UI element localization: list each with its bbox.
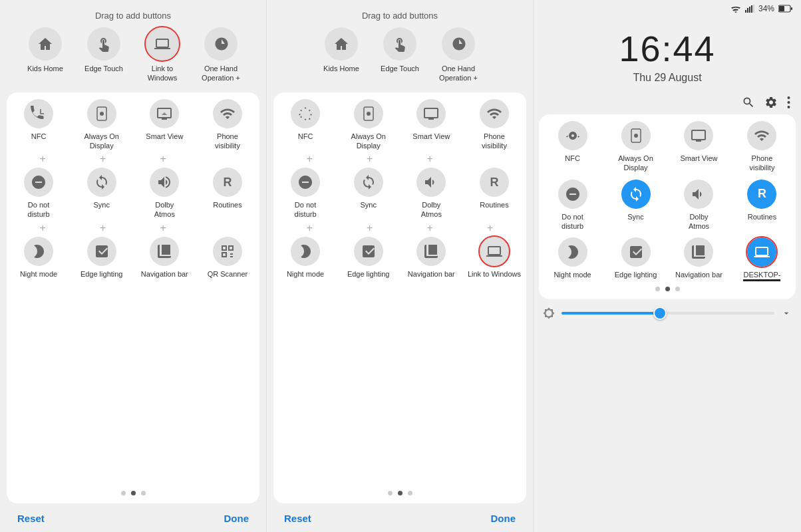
right-nfc[interactable]: NFC [544, 121, 601, 173]
dot-1-2[interactable] [131, 491, 136, 495]
right-dolby-label: DolbyAtmos [689, 212, 709, 231]
plus-2-7[interactable]: + [404, 222, 456, 234]
top-icon-one-hand-2[interactable]: One Hand Operation + [434, 27, 482, 83]
done-button-2[interactable]: Done [491, 513, 516, 524]
top-icon-kids-home[interactable]: Kids Home [21, 27, 69, 83]
right-aod-label: Always OnDisplay [618, 154, 653, 173]
right-smartview[interactable]: Smart View [671, 121, 727, 173]
qs-nfc[interactable]: NFC [12, 99, 65, 151]
right-edge-light-label: Edge lighting [615, 270, 657, 279]
dots-row-1 [12, 491, 254, 495]
kids-home-circle [29, 27, 62, 61]
plus-2-6[interactable]: + [344, 222, 395, 234]
qs-sync[interactable]: Sync [75, 168, 128, 219]
plus-7[interactable]: + [138, 222, 189, 234]
right-nfc-icon [558, 121, 587, 150]
settings-icon[interactable] [764, 96, 778, 109]
qs-row-2-1: NFC Always OnDisplay Smart View Phonevis… [279, 99, 521, 151]
right-dot-1[interactable] [655, 287, 660, 291]
nav-bar-icon [150, 237, 179, 266]
dnd-icon [24, 168, 53, 197]
top-icon-edge-touch-2[interactable]: Edge Touch [376, 27, 424, 83]
qs-edge-light-2[interactable]: Edge lighting [342, 237, 395, 279]
plus-2-2[interactable]: + [344, 153, 395, 165]
right-dot-2[interactable] [665, 287, 670, 291]
right-sync[interactable]: Sync [607, 180, 664, 231]
plus-6[interactable]: + [77, 222, 128, 234]
qs-dnd[interactable]: Do notdisturb [12, 168, 65, 219]
top-icon-edge-touch[interactable]: Edge Touch [80, 27, 128, 83]
plus-1[interactable]: + [17, 153, 69, 165]
qs-phone-vis-2[interactable]: Phonevisibility [468, 99, 521, 151]
right-aod-icon [621, 121, 651, 150]
qs-dolby-2[interactable]: DolbyAtmos [404, 168, 458, 219]
right-nav-bar[interactable]: Navigation bar [671, 237, 727, 281]
dots-row-2 [279, 491, 521, 495]
svg-point-14 [788, 106, 790, 108]
plus-2-1[interactable]: + [284, 153, 335, 165]
plus-5[interactable]: + [17, 222, 69, 234]
qs-sync-2[interactable]: Sync [342, 168, 395, 219]
aod-icon [87, 99, 116, 128]
right-dolby[interactable]: DolbyAtmos [671, 180, 727, 231]
reset-button-2[interactable]: Reset [284, 513, 311, 524]
right-desktop[interactable]: DESKTOP- [734, 237, 790, 281]
right-aod[interactable]: Always OnDisplay [607, 121, 664, 173]
more-icon[interactable] [787, 96, 790, 109]
dot-1-3[interactable] [141, 491, 146, 495]
status-bar: 34% [534, 0, 801, 15]
qs-nav-bar[interactable]: Navigation bar [138, 237, 191, 279]
plus-2[interactable]: + [77, 153, 128, 165]
edge-light-label-2: Edge lighting [347, 269, 390, 279]
top-icon-link-windows[interactable]: Link to Windows [138, 27, 186, 83]
reset-button-1[interactable]: Reset [17, 513, 45, 524]
right-night[interactable]: Night mode [544, 237, 601, 281]
plus-2-8: + [464, 222, 516, 234]
plus-2-5[interactable]: + [284, 222, 335, 234]
plus-row-1: + + + [12, 152, 254, 166]
qs-night-2[interactable]: Night mode [279, 237, 332, 279]
right-phone-vis[interactable]: Phonevisibility [734, 121, 790, 173]
plus-3[interactable]: + [138, 153, 189, 165]
qs-dnd-2[interactable]: Do notdisturb [279, 168, 332, 219]
right-edge-light[interactable]: Edge lighting [607, 237, 664, 281]
qs-edge-light[interactable]: Edge lighting [75, 237, 128, 279]
qs-routines[interactable]: R Routines [201, 168, 254, 219]
right-routines[interactable]: R Routines [734, 180, 790, 231]
brightness-chevron[interactable] [781, 308, 792, 319]
qs-dolby[interactable]: DolbyAtmos [138, 168, 191, 219]
qs-link-windows-2[interactable]: Link to Windows [468, 237, 521, 279]
qs-night[interactable]: Night mode [12, 237, 65, 279]
battery-icon [778, 5, 793, 13]
qs-aod-2[interactable]: Always OnDisplay [342, 99, 395, 151]
smartview-label-2: Smart View [412, 132, 450, 141]
dot-2-1[interactable] [388, 491, 393, 495]
dot-2-3[interactable] [408, 491, 412, 495]
qs-nfc-2[interactable]: NFC [279, 99, 332, 151]
top-icon-kids-home-2[interactable]: Kids Home [317, 27, 365, 83]
done-button-1[interactable]: Done [224, 513, 249, 524]
right-dnd[interactable]: Do notdisturb [544, 180, 601, 231]
qs-nav-bar-2[interactable]: Navigation bar [404, 237, 458, 279]
dot-2-2[interactable] [398, 491, 402, 495]
dolby-icon [150, 168, 179, 197]
smartview-icon-2 [416, 99, 446, 128]
plus-2-4 [464, 153, 516, 165]
qs-aod[interactable]: Always OnDisplay [75, 99, 128, 151]
qs-routines-2[interactable]: R Routines [468, 168, 521, 219]
qs-smartview-2[interactable]: Smart View [404, 99, 458, 151]
search-icon[interactable] [742, 96, 755, 109]
edge-light-icon-2 [354, 237, 383, 266]
qs-qr[interactable]: QR Scanner [201, 237, 254, 279]
edge-touch-circle [87, 27, 120, 61]
right-dot-3[interactable] [675, 287, 680, 291]
svg-rect-7 [751, 5, 752, 13]
top-icon-one-hand[interactable]: One Hand Operation + [197, 27, 245, 83]
brightness-thumb[interactable] [653, 307, 667, 320]
qs-smartview[interactable]: Smart View [138, 99, 191, 151]
brightness-track[interactable] [561, 312, 774, 315]
qs-phone-vis[interactable]: Phonevisibility [201, 99, 254, 151]
dolby-label-2: DolbyAtmos [421, 200, 442, 219]
plus-2-3[interactable]: + [404, 153, 456, 165]
dot-1-1[interactable] [121, 491, 126, 495]
